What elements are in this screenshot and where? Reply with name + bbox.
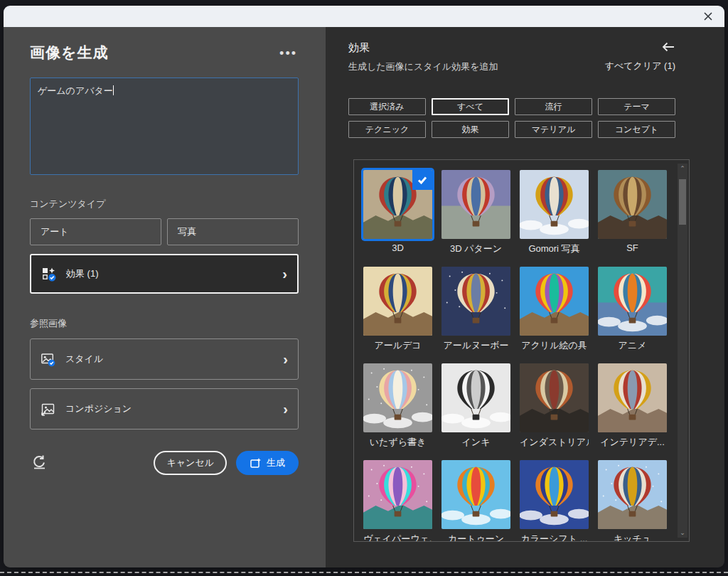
filter-button[interactable]: テクニック xyxy=(348,121,426,138)
effect-tile-label: ヴェイパーウェ... xyxy=(363,533,432,542)
effects-button[interactable]: 効果 (1) › xyxy=(30,254,299,294)
effect-tile[interactable]: 3D xyxy=(363,170,432,255)
composition-reference-button[interactable]: コンポジション › xyxy=(30,388,299,430)
selection-marching-ants xyxy=(0,572,728,573)
effect-tile[interactable]: SF xyxy=(598,170,667,255)
style-button-label: スタイル xyxy=(65,353,103,366)
effect-tile[interactable]: アールヌーボー xyxy=(441,267,510,352)
effect-tile-label: 3D xyxy=(363,242,432,253)
effect-thumbnail[interactable] xyxy=(520,363,589,432)
effect-tile[interactable]: キッチュ xyxy=(598,460,667,542)
effect-tile[interactable]: いたずら書き xyxy=(363,363,432,449)
effect-tile[interactable]: アニメ xyxy=(598,267,667,352)
effects-panel-title: 効果 xyxy=(348,41,498,55)
effect-thumbnail[interactable] xyxy=(441,170,510,239)
effect-thumbnail[interactable] xyxy=(520,267,589,336)
effect-tile-label: インテリアデ... xyxy=(598,436,667,449)
effect-thumbnail[interactable] xyxy=(363,460,432,529)
reference-image-label: 参照画像 xyxy=(30,317,299,330)
effect-tile-label: SF xyxy=(598,242,667,253)
filter-button[interactable]: テーマ xyxy=(598,98,675,115)
page-title: 画像を生成 xyxy=(30,43,109,63)
scrollbar-thumb[interactable] xyxy=(679,179,686,225)
effect-thumbnail[interactable] xyxy=(441,267,510,336)
effect-tile[interactable]: インキ xyxy=(441,363,510,449)
effect-tile-label: アールデコ xyxy=(363,339,432,352)
composition-image-icon xyxy=(41,402,55,417)
effect-tile-label: Gomori 写真 xyxy=(520,242,589,255)
scroll-up-icon[interactable]: ⌃ xyxy=(680,164,685,174)
effect-tile-label: インキ xyxy=(441,436,510,449)
effect-tile-label: キッチュ xyxy=(598,533,667,542)
effect-tile-label: インダストリアル xyxy=(520,436,589,449)
effects-grid-container: 3D3D パターンGomori 写真SFアールデコアールヌーボーアクリル絵の具ア… xyxy=(353,159,690,542)
cancel-button[interactable]: キャンセル xyxy=(154,451,227,475)
composition-button-label: コンポジション xyxy=(65,402,132,415)
effect-tile[interactable]: Gomori 写真 xyxy=(520,170,589,255)
effect-thumbnail[interactable] xyxy=(441,460,510,529)
effect-tile-label: カートゥーン xyxy=(441,533,510,542)
generate-icon xyxy=(250,457,262,469)
effect-thumbnail[interactable] xyxy=(520,460,589,529)
effect-tile-label: いたずら書き xyxy=(363,436,432,449)
effect-thumbnail[interactable] xyxy=(363,170,432,239)
effect-tile-label: カラーシフト ... xyxy=(520,533,589,542)
effect-tile[interactable]: カートゥーン xyxy=(441,460,510,542)
effect-thumbnail[interactable] xyxy=(363,363,432,432)
style-image-icon xyxy=(41,352,55,367)
filter-group: 選択済みすべて流行テーマテクニック効果マテリアルコンセプト xyxy=(348,98,675,138)
dialog-titlebar xyxy=(4,6,724,27)
effect-tile[interactable]: インテリアデ... xyxy=(598,363,667,449)
chevron-right-icon: › xyxy=(282,267,287,281)
effect-thumbnail[interactable] xyxy=(598,267,667,336)
style-reference-button[interactable]: スタイル › xyxy=(30,338,299,380)
effect-thumbnail[interactable] xyxy=(520,170,589,239)
scrollbar[interactable]: ⌃ ⌄ xyxy=(678,164,687,538)
content-type-photo-button[interactable]: 写真 xyxy=(167,218,299,245)
effect-thumbnail[interactable] xyxy=(363,267,432,336)
generate-button[interactable]: 生成 xyxy=(236,451,299,475)
chevron-right-icon: › xyxy=(283,352,288,366)
effects-panel-subtitle: 生成した画像にスタイル効果を追加 xyxy=(348,60,498,73)
filter-button[interactable]: コンセプト xyxy=(598,121,675,138)
effect-tile-label: アニメ xyxy=(598,339,667,352)
prompt-text: ゲームのアバター xyxy=(38,85,113,96)
effects-panel: 効果 生成した画像にスタイル効果を追加 すべてクリア (1) 選択済みすべて流行… xyxy=(326,27,724,567)
selected-check-icon xyxy=(412,170,432,190)
generation-panel: 画像を生成 ••• ゲームのアバター コンテンツタイプ アート 写真 効 xyxy=(4,27,326,567)
effect-thumbnail[interactable] xyxy=(598,363,667,432)
filter-button[interactable]: すべて xyxy=(432,98,509,115)
more-options-icon[interactable]: ••• xyxy=(278,43,299,64)
effects-grid-icon xyxy=(41,267,56,282)
filter-button[interactable]: 効果 xyxy=(432,121,509,138)
chevron-right-icon: › xyxy=(283,402,288,416)
clear-all-button[interactable]: すべてクリア (1) xyxy=(605,60,675,73)
filter-button[interactable]: 流行 xyxy=(515,98,592,115)
effects-grid: 3D3D パターンGomori 写真SFアールデコアールヌーボーアクリル絵の具ア… xyxy=(363,170,689,542)
effect-tile[interactable]: アクリル絵の具 xyxy=(520,267,589,352)
effect-thumbnail[interactable] xyxy=(598,460,667,529)
generate-image-dialog: 画像を生成 ••• ゲームのアバター コンテンツタイプ アート 写真 効 xyxy=(4,6,724,567)
effect-tile[interactable]: 3D パターン xyxy=(441,170,510,255)
effect-tile[interactable]: インダストリアル xyxy=(520,363,589,449)
effect-tile-label: アールヌーボー xyxy=(441,339,510,352)
reset-icon[interactable] xyxy=(30,452,49,474)
effect-tile[interactable]: カラーシフト ... xyxy=(520,460,589,542)
generate-button-label: 生成 xyxy=(267,457,285,469)
prompt-input[interactable]: ゲームのアバター xyxy=(30,78,299,175)
effect-tile-label: アクリル絵の具 xyxy=(520,339,589,352)
filter-button[interactable]: 選択済み xyxy=(348,98,426,115)
effect-tile[interactable]: ヴェイパーウェ... xyxy=(363,460,432,542)
effect-thumbnail[interactable] xyxy=(441,363,510,432)
effect-thumbnail[interactable] xyxy=(598,170,667,239)
close-icon[interactable] xyxy=(700,9,716,24)
scroll-down-icon[interactable]: ⌄ xyxy=(680,528,685,538)
back-arrow-icon[interactable] xyxy=(661,41,675,55)
content-type-label: コンテンツタイプ xyxy=(30,198,299,210)
content-type-art-button[interactable]: アート xyxy=(30,218,161,245)
effect-tile-label: 3D パターン xyxy=(441,242,510,255)
effect-tile[interactable]: アールデコ xyxy=(363,267,432,352)
filter-button[interactable]: マテリアル xyxy=(515,121,592,138)
text-caret xyxy=(113,85,114,95)
effects-button-label: 効果 (1) xyxy=(66,267,99,280)
